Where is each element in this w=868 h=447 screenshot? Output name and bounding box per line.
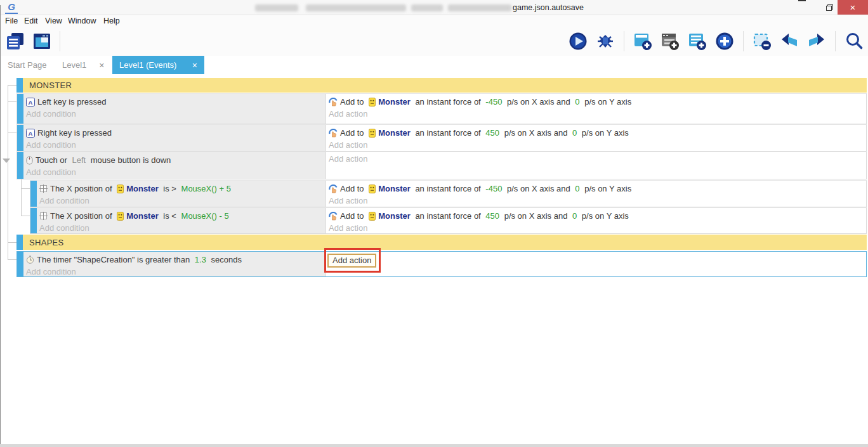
restore-button[interactable]: [820, 0, 839, 15]
tree-guide-line: [8, 242, 16, 243]
add-action-button[interactable]: Add action: [326, 107, 866, 119]
position-icon: [39, 185, 48, 193]
action-line[interactable]: Add to Monster an instant force of 450 p…: [326, 208, 866, 221]
text-segment: p/s on X axis and: [504, 184, 572, 193]
collapse-arrow-icon[interactable]: [3, 159, 10, 163]
debug-icon[interactable]: [595, 30, 615, 52]
condition-line[interactable]: Touch or Left mouse button is down: [23, 152, 326, 165]
toolbar-separator: [624, 31, 624, 51]
conditions-cell[interactable]: ALeft key is pressed Add condition: [23, 94, 326, 124]
undo-icon[interactable]: [779, 30, 799, 52]
event-row[interactable]: ARight key is pressed Add condition Add …: [16, 124, 867, 152]
sub-event-row[interactable]: The X position of Monster is > MouseX() …: [30, 180, 867, 207]
text-segment: an instant force of: [413, 128, 483, 138]
menu-bar: File Edit View Window Help: [0, 15, 868, 28]
add-condition-button[interactable]: Add condition: [37, 194, 326, 205]
add-event-icon[interactable]: [633, 30, 653, 52]
actions-cell[interactable]: Add action: [326, 252, 866, 276]
add-action-button[interactable]: Add action: [326, 194, 866, 205]
actions-cell[interactable]: Add to Monster an instant force of 450 p…: [326, 125, 866, 151]
condition-line[interactable]: ARight key is pressed: [23, 125, 326, 138]
redacted-text-blur: [448, 4, 511, 11]
text-segment: The X position of: [50, 184, 114, 193]
event-drag-bar: [16, 78, 23, 93]
close-button[interactable]: ×: [838, 0, 868, 15]
add-subevent-icon[interactable]: [660, 30, 680, 52]
group-row-monster[interactable]: MONSTER: [16, 78, 867, 93]
group-row-shapes[interactable]: SHAPES: [16, 235, 867, 250]
actions-cell[interactable]: Add to Monster an instant force of 450 p…: [326, 208, 866, 233]
keyboard-icon: A: [26, 129, 35, 138]
deselect-icon[interactable]: [752, 30, 772, 52]
menu-edit[interactable]: Edit: [24, 16, 38, 25]
actions-cell[interactable]: Add to Monster an instant force of -450 …: [326, 94, 866, 124]
redo-icon[interactable]: [806, 30, 827, 52]
window-title: game.json.autosave: [513, 3, 584, 12]
toolbar: [0, 28, 868, 56]
condition-line[interactable]: The timer "ShapeCreation" is greater tha…: [23, 252, 326, 265]
event-drag-bar: [16, 235, 23, 250]
conditions-cell[interactable]: Touch or Left mouse button is down Add c…: [23, 152, 326, 179]
tab-level1[interactable]: Level1 ×: [62, 56, 105, 74]
text-segment: p/s on X axis and: [504, 97, 572, 107]
add-action-button[interactable]: Add action: [326, 138, 866, 150]
tree-guide-line: [8, 85, 16, 86]
tab-label: Level1: [62, 60, 86, 70]
add-condition-button[interactable]: Add condition: [23, 165, 326, 177]
action-line[interactable]: Add to Monster an instant force of -450 …: [326, 94, 866, 107]
add-condition-button[interactable]: Add condition: [23, 138, 326, 150]
text-segment: Monster: [378, 128, 411, 138]
condition-line[interactable]: The X position of Monster is < MouseX() …: [37, 208, 326, 221]
tab-close-icon[interactable]: ×: [192, 60, 197, 70]
add-action-button[interactable]: Add action: [326, 221, 866, 233]
toolbar-separator: [60, 31, 60, 51]
tree-guide-line: [8, 85, 8, 259]
conditions-cell[interactable]: The X position of Monster is < MouseX() …: [37, 208, 326, 233]
force-icon: [329, 129, 338, 138]
position-icon: [39, 212, 48, 220]
event-row[interactable]: ALeft key is pressed Add condition Add t…: [16, 93, 867, 124]
condition-line[interactable]: The X position of Monster is > MouseX() …: [37, 181, 326, 194]
tab-start-page[interactable]: Start Page: [8, 56, 46, 74]
tab-level1-events[interactable]: Level1 (Events) ×: [112, 56, 204, 74]
add-circle-icon[interactable]: [714, 30, 735, 52]
event-row-selected[interactable]: The timer "ShapeCreation" is greater tha…: [16, 251, 867, 277]
add-comment-icon[interactable]: [687, 30, 707, 52]
preview-play-icon[interactable]: [568, 30, 588, 52]
add-action-button[interactable]: Add action: [326, 152, 866, 164]
conditions-cell[interactable]: ARight key is pressed Add condition: [23, 125, 326, 151]
tab-close-icon[interactable]: ×: [99, 60, 104, 70]
menu-file[interactable]: File: [5, 16, 18, 25]
text-segment: The X position of: [50, 211, 114, 221]
event-row[interactable]: Touch or Left mouse button is down Add c…: [16, 152, 867, 179]
add-condition-button[interactable]: Add condition: [37, 221, 326, 233]
project-manager-icon[interactable]: [5, 30, 25, 52]
text-segment: 0: [575, 184, 579, 193]
condition-line[interactable]: ALeft key is pressed: [23, 94, 326, 107]
actions-cell[interactable]: Add action: [326, 152, 866, 179]
text-segment: Right key is pressed: [37, 128, 112, 138]
add-action-button-focused[interactable]: Add action: [327, 254, 376, 268]
conditions-cell[interactable]: The X position of Monster is > MouseX() …: [37, 181, 326, 207]
actions-cell[interactable]: Add to Monster an instant force of -450 …: [326, 181, 866, 207]
action-line[interactable]: Add to Monster an instant force of -450 …: [326, 181, 866, 194]
text-segment: Add to: [340, 211, 366, 221]
add-condition-button[interactable]: Add condition: [23, 107, 326, 119]
text-segment: p/s on Y axis: [579, 128, 629, 138]
conditions-cell[interactable]: The timer "ShapeCreation" is greater tha…: [23, 252, 326, 276]
minimize-button[interactable]: [798, 0, 820, 15]
scene-editor-icon[interactable]: [32, 30, 52, 52]
search-icon[interactable]: [844, 30, 864, 52]
force-icon: [329, 212, 338, 221]
menu-help[interactable]: Help: [103, 16, 120, 25]
add-condition-button[interactable]: Add condition: [23, 265, 326, 276]
menu-window[interactable]: Window: [68, 16, 96, 25]
action-line[interactable]: Add to Monster an instant force of 450 p…: [326, 125, 866, 138]
sub-event-row[interactable]: The X position of Monster is < MouseX() …: [30, 207, 867, 234]
monster-object-icon: [369, 98, 376, 107]
text-segment: The timer "ShapeCreation" is greater tha…: [37, 255, 192, 264]
monster-object-icon: [369, 129, 376, 138]
menu-view[interactable]: View: [45, 16, 62, 25]
tree-guide-line: [8, 101, 16, 102]
event-drag-bar: [17, 125, 23, 151]
